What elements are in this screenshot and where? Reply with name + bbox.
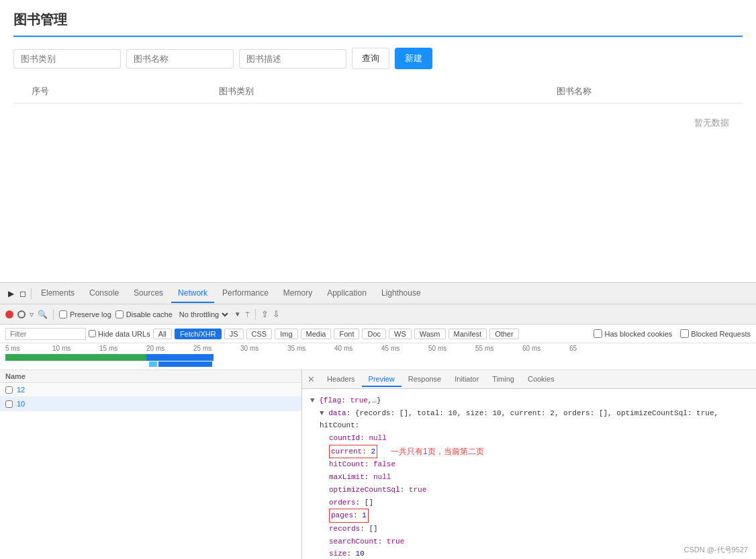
filter-manifest[interactable]: Manifest	[448, 329, 487, 339]
filter-doc[interactable]: Doc	[362, 329, 386, 339]
filter-media[interactable]: Media	[301, 329, 332, 339]
devtools-tabbar: ▶ ◻ Elements Console Sources Network Per…	[0, 283, 756, 304]
name-input[interactable]	[126, 49, 234, 69]
tab-sources[interactable]: Sources	[127, 284, 170, 303]
json-maxLimit: maxLimit: null	[310, 471, 748, 484]
data-collapse[interactable]: ▼	[320, 409, 324, 417]
preserve-log-checkbox[interactable]	[59, 310, 67, 318]
json-hitCount: hitCount: false	[310, 458, 748, 471]
network-toolbar: ▿ 🔍 Preserve log Disable cache No thrott…	[0, 304, 756, 325]
name-col-header: Name	[5, 372, 296, 380]
tab-console[interactable]: Console	[83, 284, 126, 303]
timeline-bar: 5 ms 10 ms 15 ms 20 ms 25 ms 30 ms 35 ms…	[0, 343, 756, 370]
tab-divider	[31, 288, 32, 299]
detail-tab-headers[interactable]: Headers	[320, 372, 362, 387]
table-body: 暂无数据	[13, 103, 743, 224]
json-size: size: 10	[310, 548, 748, 559]
search-bar: 查询 新建	[13, 48, 743, 69]
filter-font[interactable]: Font	[334, 329, 359, 339]
devtools-panel: ▶ ◻ Elements Console Sources Network Per…	[0, 282, 756, 559]
filter-img[interactable]: Img	[275, 329, 297, 339]
wifi-icon: ⍑	[245, 310, 250, 319]
detail-tab-response[interactable]: Response	[401, 372, 448, 387]
json-records: records: []	[310, 523, 748, 535]
toolbar-divider-1	[53, 309, 54, 320]
hide-data-urls-checkbox[interactable]	[89, 330, 96, 337]
json-flag-line: ▼ {flag: true,…}	[310, 394, 748, 407]
filter-fetch-xhr[interactable]: Fetch/XHR	[175, 329, 222, 339]
filter-css[interactable]: CSS	[246, 329, 273, 339]
stop-button[interactable]	[17, 310, 26, 318]
record-button[interactable]	[5, 310, 13, 318]
has-blocked-cookies-checkbox[interactable]	[594, 329, 602, 338]
json-orders: orders: []	[310, 497, 748, 509]
new-button[interactable]: 新建	[395, 48, 432, 69]
flag-collapse[interactable]: ▼	[310, 396, 315, 404]
category-input[interactable]	[13, 49, 121, 69]
tab-network[interactable]: Network	[171, 284, 214, 303]
col-category: 图书类别	[67, 85, 405, 97]
detail-tab-preview[interactable]: Preview	[362, 372, 401, 387]
item-10-checkbox[interactable]	[5, 400, 13, 408]
json-current: current: 2 一共只有1页，当前第二页	[310, 445, 748, 459]
upload-icon[interactable]: ⇧	[261, 309, 269, 319]
network-panel: Name 12 10 ✕ Headers Preview Response In…	[0, 370, 756, 559]
query-button[interactable]: 查询	[352, 48, 389, 69]
detail-tab-cookies[interactable]: Cookies	[521, 372, 561, 387]
has-blocked-cookies-label: Has blocked cookies	[594, 329, 672, 338]
col-seq: 序号	[13, 85, 67, 97]
network-list-header: Name	[0, 370, 301, 383]
disable-cache-checkbox[interactable]	[115, 310, 124, 318]
desc-input[interactable]	[239, 49, 346, 69]
json-countId: countId: null	[310, 432, 748, 445]
detail-tab-timing[interactable]: Timing	[485, 372, 521, 387]
filter-all[interactable]: All	[153, 329, 172, 339]
preserve-log-label: Preserve log	[59, 310, 111, 318]
disable-cache-label: Disable cache	[115, 310, 173, 318]
throttling-select[interactable]: No throttling	[177, 310, 230, 319]
network-item-12[interactable]: 12	[0, 383, 301, 397]
json-optimizeCountSql: optimizeCountSql: true	[310, 484, 748, 497]
detail-tabbar: ✕ Headers Preview Response Initiator Tim…	[302, 370, 756, 389]
annotation-text: 一共只有1页，当前第二页	[391, 445, 484, 458]
filter-js[interactable]: JS	[224, 329, 244, 339]
col-name: 图书名称	[405, 85, 743, 97]
item-12-checkbox[interactable]	[5, 386, 13, 394]
detail-tab-initiator[interactable]: Initiator	[448, 372, 485, 387]
filter-wasm[interactable]: Wasm	[414, 329, 446, 339]
hide-data-urls-label: Hide data URLs	[89, 330, 150, 338]
csdn-watermark: CSDN @-代号9527	[683, 545, 748, 555]
filter-bar: Hide data URLs All Fetch/XHR JS CSS Img …	[0, 325, 756, 343]
table-header: 序号 图书类别 图书名称	[13, 80, 743, 103]
devtools-inspect-icon[interactable]: ◻	[17, 288, 28, 299]
throttling-arrow[interactable]: ▼	[234, 310, 241, 318]
network-item-10[interactable]: 10	[0, 397, 301, 411]
tab-lighthouse[interactable]: Lighthouse	[375, 284, 428, 303]
json-searchCount: searchCount: true	[310, 535, 748, 548]
toolbar-divider-2	[255, 309, 256, 320]
search-icon[interactable]: 🔍	[38, 310, 48, 319]
blocked-requests-label: Blocked Requests	[680, 329, 751, 338]
blocked-requests-checkbox[interactable]	[680, 329, 689, 338]
no-data-text: 暂无数据	[13, 103, 743, 129]
detail-content: ▼ {flag: true,…} ▼ data: {records: [], t…	[302, 389, 756, 559]
network-list: Name 12 10	[0, 370, 302, 559]
item-12-name: 12	[17, 386, 25, 394]
filter-input[interactable]	[5, 328, 86, 340]
download-icon[interactable]: ⇩	[273, 309, 280, 319]
json-pages: pages: 1	[310, 509, 748, 523]
item-10-name: 10	[17, 400, 25, 408]
filter-other[interactable]: Other	[489, 329, 519, 339]
filter-icon[interactable]: ▿	[30, 310, 34, 319]
tab-performance[interactable]: Performance	[216, 284, 275, 303]
tab-memory[interactable]: Memory	[277, 284, 319, 303]
page-title: 图书管理	[13, 0, 743, 37]
filter-ws[interactable]: WS	[389, 329, 412, 339]
tab-elements[interactable]: Elements	[34, 284, 81, 303]
devtools-cursor-icon[interactable]: ▶	[5, 288, 16, 299]
detail-close-button[interactable]: ✕	[308, 374, 315, 384]
tab-application[interactable]: Application	[320, 284, 373, 303]
json-data-line: ▼ data: {records: [], total: 10, size: 1…	[310, 407, 748, 432]
detail-panel: ✕ Headers Preview Response Initiator Tim…	[302, 370, 756, 559]
